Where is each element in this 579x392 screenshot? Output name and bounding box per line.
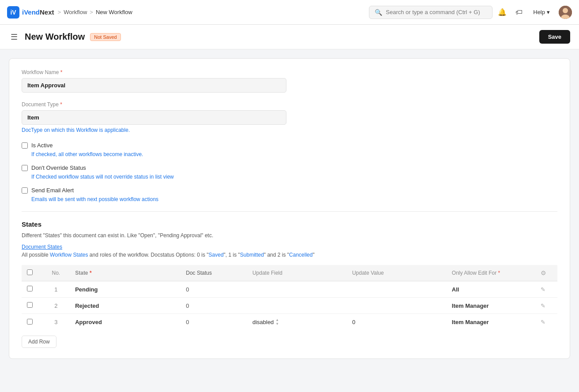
row-no-2: 2 [42, 298, 70, 314]
form-card: Workflow Name * Document Type * DocType … [9, 58, 570, 359]
field-down-3[interactable]: ▼ [275, 322, 279, 326]
edit-icon-2[interactable]: ✎ [541, 302, 545, 309]
is-active-checkbox[interactable] [22, 142, 28, 149]
edit-icon-3[interactable]: ✎ [541, 319, 545, 325]
topnav-icons: 🔔 🏷 Help ▾ [496, 6, 572, 19]
logo-icon: iV [7, 6, 19, 19]
dont-override-label[interactable]: Don't Override Status [31, 164, 86, 171]
col-header-docstatus: Doc Status [180, 265, 247, 281]
col-header-update-value: Update Value [347, 265, 447, 281]
dont-override-hint: If Checked workflow status will not over… [31, 174, 557, 180]
row-update-field-2 [247, 298, 347, 314]
dont-override-row: Don't Override Status [22, 164, 557, 171]
document-states-link[interactable]: Document States [22, 244, 557, 250]
row-update-value-2 [347, 298, 447, 314]
row-only-allow-3: Item Manager [447, 314, 535, 331]
app-logo[interactable]: iV iVendNext [7, 6, 54, 19]
notification-bell-button[interactable]: 🔔 [496, 6, 508, 18]
row-update-field-1 [247, 281, 347, 298]
row-update-value-1 [347, 281, 447, 298]
row-docstatus-3: 0 [180, 314, 247, 331]
not-saved-badge: Not Saved [90, 33, 120, 41]
search-input[interactable] [386, 9, 487, 15]
row-state-3: Approved [70, 314, 180, 331]
send-email-checkbox[interactable] [22, 187, 28, 194]
col-header-state: State [70, 265, 180, 281]
row-state-2: Rejected [70, 298, 180, 314]
col-header-update-field: Update Field [247, 265, 347, 281]
chevron-down-icon: ▾ [547, 9, 550, 15]
states-table: No. State Doc Status Update Field Update… [22, 265, 557, 330]
row-only-allow-1: All [447, 281, 535, 298]
send-email-label[interactable]: Send Email Alert [31, 187, 74, 194]
tag-button[interactable]: 🏷 [514, 7, 524, 18]
field-up-3[interactable]: ▲ [275, 318, 279, 322]
avatar-image [559, 6, 572, 19]
document-type-hint: DocType on which this Workflow is applic… [22, 127, 557, 133]
is-active-row: Is Active [22, 142, 557, 149]
row-state-1: Pending [70, 281, 180, 298]
avatar[interactable] [559, 6, 572, 19]
row-checkbox-3[interactable] [27, 319, 33, 325]
row-update-value-3: 0 [347, 314, 447, 331]
row-update-field-3: disabled▲▼ [247, 314, 347, 331]
table-row: 3 Approved 0 disabled▲▼ 0 Item Manager ✎ [22, 314, 557, 331]
breadcrumb: > Workflow > New Workflow [58, 9, 132, 15]
states-section-sub: All possible Workflow States and roles o… [22, 252, 557, 258]
help-button[interactable]: Help ▾ [530, 7, 553, 17]
send-email-hint: Emails will be sent with next possible w… [31, 196, 557, 202]
search-icon: 🔍 [375, 9, 382, 16]
document-type-label: Document Type * [22, 101, 557, 108]
send-email-row: Send Email Alert [22, 187, 557, 194]
states-section-desc: Different "States" this document can exi… [22, 232, 557, 239]
document-type-input[interactable] [22, 110, 286, 125]
svg-point-1 [563, 8, 568, 13]
save-button[interactable]: Save [539, 30, 570, 44]
edit-icon-1[interactable]: ✎ [541, 286, 545, 293]
col-header-action: ⚙ [535, 265, 557, 281]
add-row-button[interactable]: Add Row [22, 336, 56, 348]
row-docstatus-2: 0 [180, 298, 247, 314]
topnav: iV iVendNext > Workflow > New Workflow 🔍… [0, 0, 579, 25]
is-active-hint: If checked, all other workflows become i… [31, 151, 557, 157]
row-no-1: 1 [42, 281, 70, 298]
app-name: iVendNext [22, 8, 54, 16]
page-header: ☰ New Workflow Not Saved Save [0, 25, 579, 49]
row-docstatus-1: 0 [180, 281, 247, 298]
row-only-allow-2: Item Manager [447, 298, 535, 314]
search-bar[interactable]: 🔍 [369, 6, 493, 19]
breadcrumb-current: New Workflow [96, 9, 132, 15]
row-no-3: 3 [42, 314, 70, 331]
divider [22, 211, 557, 212]
workflow-name-label: Workflow Name * [22, 69, 557, 75]
workflow-name-group: Workflow Name * [22, 69, 557, 93]
document-type-group: Document Type * DocType on which this Wo… [22, 101, 557, 133]
dont-override-checkbox[interactable] [22, 165, 28, 171]
col-header-check [22, 265, 42, 281]
row-checkbox-2[interactable] [27, 302, 33, 308]
states-section-title: States [22, 220, 557, 228]
is-active-label[interactable]: Is Active [31, 142, 53, 149]
main-content: Workflow Name * Document Type * DocType … [0, 49, 579, 375]
col-header-no: No. [42, 265, 70, 281]
col-header-only-allow: Only Allow Edit For [447, 265, 535, 281]
breadcrumb-workflow-link[interactable]: Workflow [64, 9, 87, 15]
table-row: 1 Pending 0 All ✎ [22, 281, 557, 298]
row-checkbox-1[interactable] [27, 286, 33, 291]
table-row: 2 Rejected 0 Item Manager ✎ [22, 298, 557, 314]
gear-icon: ⚙ [541, 269, 546, 276]
hamburger-button[interactable]: ☰ [9, 31, 19, 43]
select-all-checkbox[interactable] [27, 269, 33, 275]
workflow-name-input[interactable] [22, 78, 286, 93]
page-title: New Workflow [25, 32, 85, 42]
